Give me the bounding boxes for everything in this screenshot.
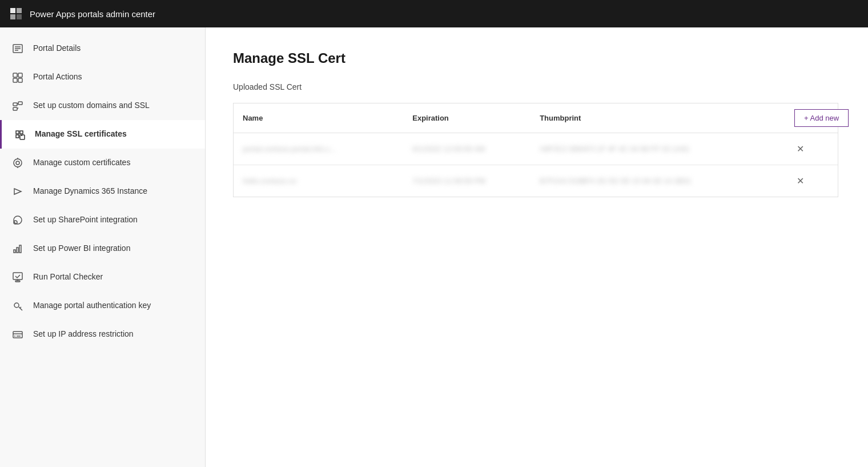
dynamics-icon bbox=[11, 185, 24, 198]
add-new-cell: + Add new bbox=[794, 109, 829, 127]
sidebar-item-ip-restriction-label: Set up IP address restriction bbox=[33, 329, 134, 340]
ip-icon bbox=[11, 328, 24, 341]
sidebar-item-portal-details[interactable]: Portal Details bbox=[0, 34, 205, 63]
sidebar-item-custom-domains-label: Set up custom domains and SSL bbox=[33, 100, 150, 111]
app-header: Power Apps portals admin center bbox=[0, 0, 868, 27]
ssl-cert-table: Name Expiration Thumbprint + Add new por… bbox=[233, 103, 838, 197]
list-icon bbox=[11, 42, 24, 55]
row2-expiration: 7/1/2023 11:59:59 PM bbox=[412, 177, 540, 185]
checker-icon bbox=[11, 271, 24, 284]
svg-rect-3 bbox=[17, 14, 22, 19]
svg-point-31 bbox=[14, 303, 19, 308]
svg-point-35 bbox=[14, 336, 15, 337]
ssl-icon bbox=[13, 128, 26, 141]
cert-icon bbox=[11, 157, 24, 169]
svg-line-32 bbox=[20, 307, 21, 308]
svg-point-23 bbox=[14, 216, 22, 224]
col-expiration-header: Expiration bbox=[412, 114, 540, 122]
sidebar-item-powerbi-label: Set up Power BI integration bbox=[33, 243, 130, 254]
row1-action: ✕ bbox=[794, 141, 829, 157]
sidebar-item-powerbi[interactable]: Set up Power BI integration bbox=[0, 234, 205, 263]
svg-rect-33 bbox=[13, 332, 22, 338]
row2-name: hello.contoso.co bbox=[243, 177, 412, 185]
sidebar-item-custom-certs-label: Manage custom certificates bbox=[33, 157, 130, 169]
row1-thumbprint: A9F3C2 089AF3 1F 4F 4C 04 89 FF 03 1A91 bbox=[540, 145, 794, 153]
table-header: Name Expiration Thumbprint + Add new bbox=[234, 103, 838, 133]
actions-icon bbox=[11, 71, 24, 83]
svg-rect-1 bbox=[17, 8, 22, 13]
svg-rect-29 bbox=[15, 281, 20, 282]
row1-expiration: 6/1/2022 12:00:00 AM bbox=[412, 145, 540, 153]
app-logo bbox=[9, 7, 23, 21]
sidebar-item-ip-restriction[interactable]: Set up IP address restriction bbox=[0, 320, 205, 349]
svg-rect-25 bbox=[14, 250, 15, 253]
svg-rect-9 bbox=[18, 73, 22, 77]
sidebar-item-manage-ssl-label: Manage SSL certificates bbox=[35, 129, 127, 140]
sidebar-item-portal-actions-label: Portal Actions bbox=[33, 71, 82, 83]
svg-rect-10 bbox=[13, 78, 17, 82]
svg-rect-0 bbox=[10, 8, 15, 13]
svg-rect-2 bbox=[10, 14, 15, 19]
svg-marker-22 bbox=[14, 189, 21, 194]
sidebar-item-dynamics[interactable]: Manage Dynamics 365 Instance bbox=[0, 177, 205, 206]
sidebar-item-portal-actions[interactable]: Portal Actions bbox=[0, 63, 205, 91]
svg-rect-13 bbox=[18, 102, 22, 105]
table-row: portal.contoso.portal.info.c... 6/1/2022… bbox=[234, 133, 838, 165]
header-title: Power Apps portals admin center bbox=[30, 9, 155, 19]
main-content: Manage SSL Cert Uploaded SSL Cert Name E… bbox=[206, 27, 868, 467]
main-layout: Portal Details Portal Actions bbox=[0, 27, 868, 467]
page-title: Manage SSL Cert bbox=[233, 50, 841, 66]
svg-rect-28 bbox=[13, 273, 22, 280]
row1-name: portal.contoso.portal.info.c... bbox=[243, 145, 412, 153]
sidebar-item-sharepoint[interactable]: Set up SharePoint integration bbox=[0, 206, 205, 234]
sidebar-item-portal-details-label: Portal Details bbox=[33, 43, 81, 54]
svg-rect-14 bbox=[13, 107, 17, 110]
row2-action: ✕ bbox=[794, 173, 829, 189]
svg-rect-11 bbox=[18, 78, 22, 82]
sidebar-item-dynamics-label: Manage Dynamics 365 Instance bbox=[33, 186, 147, 197]
row1-delete-button[interactable]: ✕ bbox=[794, 141, 806, 157]
svg-rect-26 bbox=[17, 248, 18, 253]
row2-delete-button[interactable]: ✕ bbox=[794, 173, 806, 189]
domains-icon bbox=[11, 99, 24, 112]
sidebar-item-sharepoint-label: Set up SharePoint integration bbox=[33, 214, 138, 226]
svg-point-19 bbox=[16, 161, 19, 165]
sharepoint-icon bbox=[11, 214, 24, 226]
table-row: hello.contoso.co 7/1/2023 11:59:59 PM B7… bbox=[234, 165, 838, 197]
sidebar-item-custom-domains[interactable]: Set up custom domains and SSL bbox=[0, 91, 205, 120]
sidebar: Portal Details Portal Actions bbox=[0, 27, 206, 467]
row2-thumbprint: B7F2A4 019BF4 2G 5G 5D 15 9A 00 14 2B01 bbox=[540, 177, 794, 185]
sidebar-item-portal-checker-label: Run Portal Checker bbox=[33, 272, 103, 283]
sidebar-item-manage-ssl[interactable]: Manage SSL certificates bbox=[0, 120, 205, 149]
sidebar-item-custom-certs[interactable]: Manage custom certificates bbox=[0, 149, 205, 177]
section-label: Uploaded SSL Cert bbox=[233, 82, 841, 91]
sidebar-item-auth-key[interactable]: Manage portal authentication key bbox=[0, 292, 205, 320]
svg-point-18 bbox=[14, 159, 22, 167]
sidebar-item-portal-checker[interactable]: Run Portal Checker bbox=[0, 263, 205, 292]
svg-rect-27 bbox=[19, 245, 21, 253]
svg-rect-8 bbox=[13, 73, 17, 77]
col-thumbprint-header: Thumbprint bbox=[540, 114, 794, 122]
col-name-header: Name bbox=[243, 114, 412, 122]
sidebar-item-auth-key-label: Manage portal authentication key bbox=[33, 300, 151, 312]
svg-rect-12 bbox=[13, 103, 17, 106]
powerbi-icon bbox=[11, 242, 24, 255]
auth-icon bbox=[11, 300, 24, 312]
add-new-button[interactable]: + Add new bbox=[794, 109, 849, 127]
